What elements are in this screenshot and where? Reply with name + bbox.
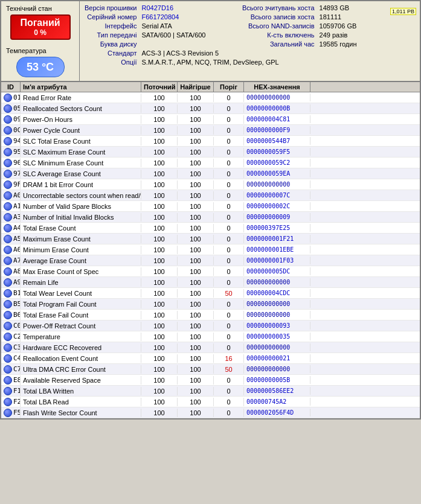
cell-current: 100 <box>141 148 178 156</box>
id-value: A8 <box>13 267 21 275</box>
cell-current: 100 <box>141 376 178 384</box>
temp-value: 53 °C <box>27 61 54 74</box>
cell-name: SLC Total Erase Count <box>21 137 141 145</box>
table-row: 0CPower Cycle Count10010000000000000F9 <box>1 125 420 136</box>
cell-id: 05 <box>1 104 21 113</box>
cell-worst: 100 <box>178 398 214 406</box>
cell-id: E8 <box>1 375 21 385</box>
cell-worst: 100 <box>178 311 214 319</box>
table-row: A1Number of Valid Spare Blocks1001000000… <box>1 201 420 212</box>
cell-worst: 100 <box>178 387 214 395</box>
table-row: 96SLC Minimum Erase Count100100000000000… <box>1 158 420 168</box>
serial-label: Серійний номер <box>83 13 138 21</box>
id-value: A0 <box>13 191 21 199</box>
cell-worst: 100 <box>178 409 214 417</box>
status-circle-icon <box>4 94 12 102</box>
cell-hex: 000000004C81 <box>244 115 310 123</box>
cell-id: A3 <box>1 212 21 222</box>
cell-threshold: 0 <box>214 191 244 200</box>
cell-name: Total LBA Written <box>21 387 141 395</box>
status-circle-icon <box>4 300 12 308</box>
cell-current: 100 <box>141 398 178 406</box>
status-circle-icon <box>4 409 12 417</box>
cell-current: 100 <box>141 94 178 102</box>
cell-threshold: 0 <box>214 333 244 341</box>
cell-id: C2 <box>1 332 21 342</box>
cell-name: Reallocation Event Count <box>21 354 141 363</box>
cell-hex: 00000000005B <box>244 376 310 384</box>
table-row: A9Remain Life1001000000000000000 <box>1 277 420 288</box>
cell-name: Max Erase Count of Spec <box>21 267 141 276</box>
cell-hex: 000000745A2 <box>244 398 310 406</box>
cell-threshold: 0 <box>214 137 244 145</box>
cell-name: Total Program Fail Count <box>21 300 141 308</box>
cell-current: 100 <box>141 387 178 395</box>
id-value: A1 <box>13 202 21 210</box>
cell-hex: 000000000000 <box>244 278 310 286</box>
cell-name: Minimum Erase Count <box>21 246 141 254</box>
top-section: Технічний стан Поганий 0 % Температура 5… <box>1 1 420 81</box>
status-circle-icon <box>4 191 12 200</box>
cell-threshold: 0 <box>214 376 244 384</box>
cell-current: 100 <box>141 409 178 417</box>
cell-id: A4 <box>1 223 21 233</box>
cell-hex: 000000000093 <box>244 322 310 330</box>
cell-name: Maximum Erase Count <box>21 235 141 243</box>
cell-threshold: 0 <box>214 159 244 167</box>
power-label: К-сть включень <box>241 31 316 39</box>
cell-hex: 000000000000 <box>244 94 310 101</box>
cell-hex: 000000000000 <box>244 311 310 319</box>
status-circle-icon <box>4 126 12 135</box>
cell-threshold: 0 <box>214 202 244 211</box>
table-row: 01Read Error Rate1001000000000000000 <box>1 92 420 103</box>
cell-hex: 000000000000 <box>244 343 310 351</box>
table-row: A6Minimum Erase Count10010000000000001EB… <box>1 244 420 255</box>
cell-id: A8 <box>1 267 21 276</box>
cell-threshold: 0 <box>214 257 244 265</box>
cell-hex: 0000000001F03 <box>244 257 310 264</box>
cell-id: B6 <box>1 310 21 320</box>
table-row: 05Reallocated Sectors Count1001000000000… <box>1 103 420 114</box>
cell-hex: 0000000001EBE <box>244 246 310 254</box>
col-header-hex: HEX-значення <box>244 82 310 92</box>
status-circle-icon <box>4 246 12 254</box>
cell-id: 96 <box>1 158 21 168</box>
cell-id: F1 <box>1 386 21 396</box>
id-value: 05 <box>13 104 21 112</box>
cell-id: C0 <box>1 321 21 331</box>
status-circle-icon <box>4 170 12 178</box>
table-row: A8Max Erase Count of Spec100100000000000… <box>1 266 420 277</box>
cell-threshold: 0 <box>214 224 244 232</box>
cell-id: A1 <box>1 202 21 211</box>
cell-id: C7 <box>1 365 21 374</box>
nand-value: 1059706 GB <box>318 22 416 30</box>
id-value: 01 <box>13 94 21 101</box>
cell-worst: 100 <box>178 94 214 102</box>
main-window: Технічний стан Поганий 0 % Температура 5… <box>0 0 421 419</box>
standard-value: ACS-3 | ACS-3 Revision 5 <box>141 49 417 57</box>
col-header-current: Поточний <box>141 82 178 92</box>
interface-label: Інтерфейс <box>83 22 138 30</box>
cell-id: F5 <box>1 408 21 418</box>
cell-hex: 0000002056F4D <box>244 409 310 416</box>
cell-worst: 100 <box>178 246 214 254</box>
cell-worst: 100 <box>178 333 214 341</box>
cell-current: 100 <box>141 300 178 308</box>
cell-id: 95 <box>1 147 21 157</box>
status-circle-icon <box>4 322 12 330</box>
cell-current: 100 <box>141 257 178 265</box>
id-value: C4 <box>13 354 21 362</box>
id-value: C0 <box>13 322 21 330</box>
status-circle-icon <box>4 278 12 287</box>
id-value: A7 <box>13 257 21 264</box>
cell-current: 100 <box>141 159 178 167</box>
id-value: A4 <box>13 224 21 232</box>
cell-current: 100 <box>141 202 178 211</box>
table-row: C0Power-Off Retract Count100100000000000… <box>1 321 420 331</box>
cell-current: 100 <box>141 115 178 124</box>
cell-hex: 00000000007C <box>244 191 310 199</box>
status-circle-icon <box>4 289 12 298</box>
id-value: C3 <box>13 343 21 351</box>
status-circle-icon <box>4 311 12 319</box>
id-value: B5 <box>13 300 21 308</box>
